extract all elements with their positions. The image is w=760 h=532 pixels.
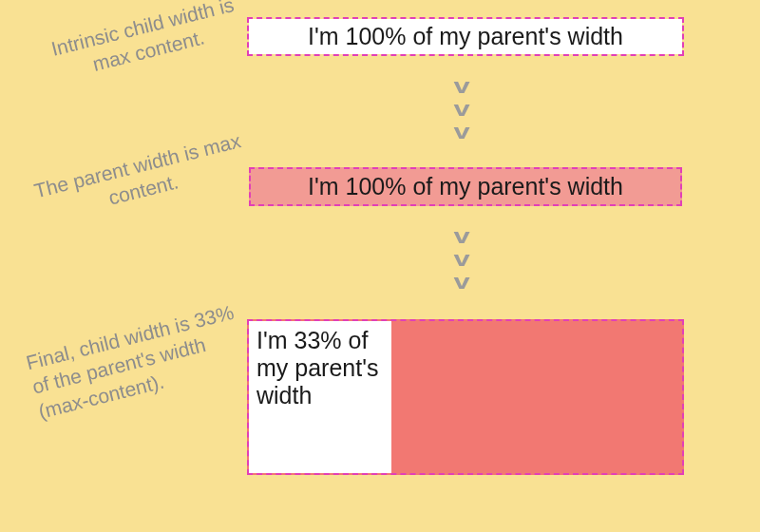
annotation-step3: Final, child width is 33% of the parent'… [24, 298, 254, 424]
chevron-down-icon: v [454, 122, 470, 142]
stage-1: I'm 100% of my parent's width [247, 17, 684, 56]
child-box-1: I'm 100% of my parent's width [249, 19, 682, 54]
chevron-down-icon: v [454, 76, 470, 97]
child-box-2: I'm 100% of my parent's width [251, 169, 680, 204]
parent-box-1: I'm 100% of my parent's width [247, 17, 684, 56]
parent-box-2: I'm 100% of my parent's width [249, 167, 682, 206]
arrow-down-1: v v v [456, 76, 467, 142]
annotation-step1: Intrinsic child width is max content. [48, 0, 244, 86]
chevron-down-icon: v [454, 99, 470, 120]
arrow-down-2: v v v [456, 226, 467, 293]
child-box-3: I'm 33% of my parent's width [249, 321, 391, 473]
chevron-down-icon: v [454, 272, 470, 293]
stage-3: I'm 33% of my parent's width [247, 319, 684, 475]
chevron-down-icon: v [454, 249, 470, 270]
parent-box-3: I'm 33% of my parent's width [247, 319, 684, 475]
chevron-down-icon: v [454, 226, 470, 247]
annotation-step2: The parent width is max content. [28, 127, 253, 229]
stage-2: I'm 100% of my parent's width [249, 167, 682, 206]
